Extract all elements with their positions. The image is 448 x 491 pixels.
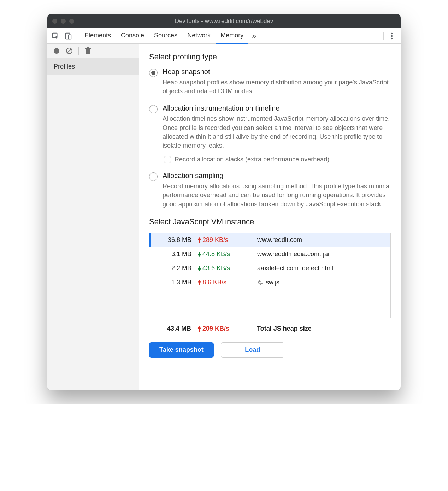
svg-line-8 bbox=[67, 49, 71, 53]
vm-name: aaxdetect.com: detect.html bbox=[250, 265, 388, 272]
vm-name: sw.js bbox=[250, 279, 388, 286]
profiling-heading: Select profiling type bbox=[149, 52, 391, 61]
zoom-window-button[interactable] bbox=[69, 19, 74, 24]
tabs-overflow-icon[interactable]: » bbox=[248, 31, 260, 41]
option-title: Allocation instrumentation on timeline bbox=[163, 104, 391, 112]
radio-allocation-sampling[interactable] bbox=[149, 172, 158, 181]
svg-rect-11 bbox=[87, 47, 89, 48]
devtools-window: DevTools - www.reddit.com/r/webdev Eleme… bbox=[47, 14, 401, 390]
clear-button-icon[interactable] bbox=[64, 46, 74, 56]
delete-button-icon[interactable] bbox=[83, 46, 93, 56]
option-description: Allocation timelines show instrumented J… bbox=[163, 114, 391, 150]
close-window-button[interactable] bbox=[52, 19, 57, 24]
table-empty-space bbox=[149, 290, 390, 318]
vm-size: 3.1 MB bbox=[149, 250, 197, 258]
arrow-down-icon bbox=[197, 266, 202, 271]
record-stacks-checkbox[interactable] bbox=[164, 156, 171, 163]
total-label: Total JS heap size bbox=[250, 325, 391, 332]
svg-point-5 bbox=[391, 37, 393, 39]
vm-rate: 8.6 KB/s bbox=[197, 279, 250, 286]
titlebar: DevTools - www.reddit.com/r/webdev bbox=[47, 14, 401, 28]
window-title: DevTools - www.reddit.com/r/webdev bbox=[47, 18, 401, 25]
vm-instance-row[interactable]: 1.3 MB8.6 KB/ssw.js bbox=[149, 276, 390, 290]
sidebar-item-profiles[interactable]: Profiles bbox=[47, 58, 139, 75]
vm-heading: Select JavaScript VM instance bbox=[149, 217, 391, 226]
toggle-device-icon[interactable] bbox=[64, 32, 72, 40]
profiles-toolbar bbox=[47, 44, 139, 58]
vm-instance-row[interactable]: 36.8 MB289 KB/swww.reddit.com bbox=[149, 233, 390, 247]
arrow-down-icon bbox=[197, 252, 202, 257]
divider bbox=[383, 32, 384, 40]
record-stacks-row: Record allocation stacks (extra performa… bbox=[164, 156, 391, 163]
tab-network[interactable]: Network bbox=[182, 28, 216, 44]
panel-tabbar: ElementsConsoleSourcesNetworkMemory » bbox=[47, 28, 401, 44]
sidebar: Profiles bbox=[47, 58, 139, 390]
vm-size: 1.3 MB bbox=[149, 279, 197, 286]
vm-rate: 44.8 KB/s bbox=[197, 250, 250, 258]
tab-elements[interactable]: Elements bbox=[79, 28, 116, 44]
action-buttons: Take snapshot Load bbox=[149, 342, 391, 358]
vm-name: www.redditmedia.com: jail bbox=[250, 250, 388, 258]
radio-allocation-instrumentation-on-timeline[interactable] bbox=[149, 105, 158, 113]
vm-name: www.reddit.com bbox=[250, 236, 388, 244]
vm-size: 36.8 MB bbox=[149, 236, 197, 244]
record-button-icon[interactable] bbox=[52, 46, 61, 56]
option-description: Heap snapshot profiles show memory distr… bbox=[163, 78, 391, 96]
arrow-up-icon bbox=[197, 237, 202, 243]
main-panel: Select profiling type Heap snapshotHeap … bbox=[139, 44, 401, 390]
svg-rect-2 bbox=[69, 35, 71, 39]
radio-heap-snapshot[interactable] bbox=[149, 69, 158, 77]
divider bbox=[76, 32, 76, 40]
gear-icon bbox=[257, 280, 263, 285]
divider bbox=[78, 47, 79, 55]
svg-rect-9 bbox=[86, 49, 90, 54]
vm-total-row: 43.4 MB 209 KB/s Total JS heap size bbox=[149, 321, 391, 337]
sidebar-item-label: Profiles bbox=[54, 63, 75, 70]
inspect-element-icon[interactable] bbox=[52, 32, 59, 40]
option-title: Heap snapshot bbox=[163, 68, 391, 76]
vm-size: 2.2 MB bbox=[149, 265, 197, 272]
tab-memory[interactable]: Memory bbox=[216, 28, 248, 44]
option-title: Allocation sampling bbox=[163, 172, 391, 180]
svg-point-6 bbox=[54, 48, 59, 54]
body: Profiles Select profiling type Heap snap… bbox=[47, 44, 401, 390]
more-menu-icon[interactable] bbox=[387, 32, 396, 40]
svg-point-3 bbox=[391, 32, 393, 34]
svg-point-4 bbox=[391, 35, 393, 36]
profiling-option: Heap snapshotHeap snapshot profiles show… bbox=[149, 68, 391, 96]
tab-sources[interactable]: Sources bbox=[149, 28, 182, 44]
vm-instance-table: 36.8 MB289 KB/swww.reddit.com3.1 MB44.8 … bbox=[149, 233, 391, 318]
arrow-up-icon bbox=[197, 326, 202, 332]
total-rate: 209 KB/s bbox=[197, 325, 250, 332]
vm-rate: 43.6 KB/s bbox=[197, 265, 250, 272]
minimize-window-button[interactable] bbox=[61, 19, 66, 24]
vm-instance-row[interactable]: 2.2 MB43.6 KB/saaxdetect.com: detect.htm… bbox=[149, 261, 390, 276]
load-button[interactable]: Load bbox=[221, 342, 284, 358]
traffic-lights bbox=[52, 19, 74, 24]
tab-console[interactable]: Console bbox=[116, 28, 149, 44]
record-stacks-label: Record allocation stacks (extra performa… bbox=[175, 156, 329, 163]
option-description: Record memory allocations using sampling… bbox=[163, 182, 391, 209]
arrow-up-icon bbox=[197, 280, 202, 285]
vm-rate: 289 KB/s bbox=[197, 236, 250, 244]
take-snapshot-button[interactable]: Take snapshot bbox=[149, 342, 214, 358]
profiling-option: Allocation samplingRecord memory allocat… bbox=[149, 172, 391, 209]
total-size: 43.4 MB bbox=[149, 325, 197, 332]
vm-instance-row[interactable]: 3.1 MB44.8 KB/swww.redditmedia.com: jail bbox=[149, 247, 390, 261]
profiling-option: Allocation instrumentation on timelineAl… bbox=[149, 104, 391, 163]
